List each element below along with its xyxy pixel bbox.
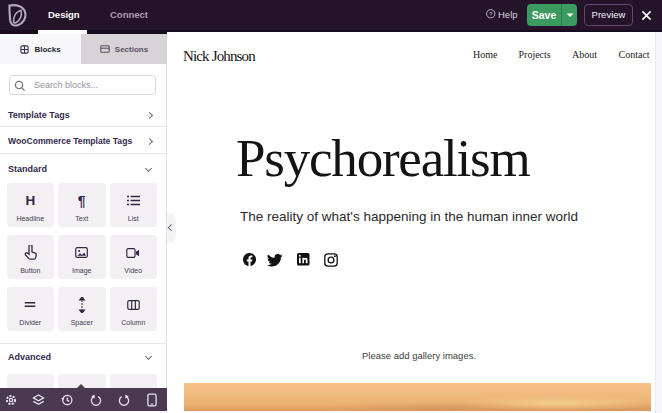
svg-text:?: ? bbox=[489, 11, 492, 17]
